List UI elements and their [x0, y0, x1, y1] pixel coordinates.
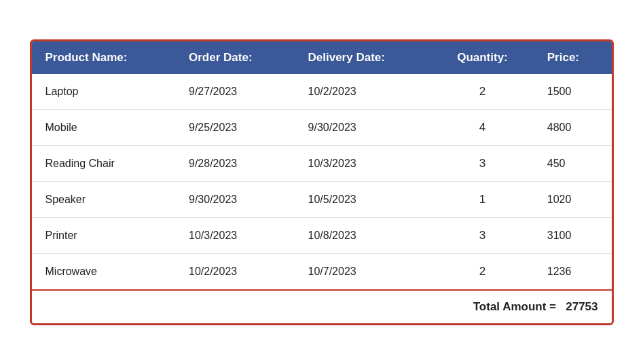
header-order-date: Order Date:	[175, 41, 295, 74]
table-row: Printer 10/3/2023 10/8/2023 3 3100	[32, 217, 612, 253]
header-price: Price:	[534, 41, 612, 74]
cell-price-4: 3100	[534, 217, 612, 253]
cell-order-date-4: 10/3/2023	[175, 217, 295, 253]
table-header-row: Product Name: Order Date: Delivery Date:…	[32, 41, 612, 74]
cell-order-date-3: 9/30/2023	[175, 181, 295, 217]
table-row: Reading Chair 9/28/2023 10/3/2023 3 450	[32, 145, 612, 181]
table-row: Laptop 9/27/2023 10/2/2023 2 1500	[32, 74, 612, 110]
cell-delivery-date-2: 10/3/2023	[295, 145, 432, 181]
cell-product-4: Printer	[32, 217, 176, 253]
cell-price-0: 1500	[534, 74, 612, 110]
cell-delivery-date-3: 10/5/2023	[295, 181, 432, 217]
cell-delivery-date-4: 10/8/2023	[295, 217, 432, 253]
cell-quantity-0: 2	[431, 74, 534, 110]
header-quantity: Quantity:	[431, 41, 534, 74]
total-value: 27753	[566, 300, 598, 313]
cell-quantity-3: 1	[431, 181, 534, 217]
cell-order-date-5: 10/2/2023	[175, 253, 295, 290]
cell-order-date-2: 9/28/2023	[175, 145, 295, 181]
header-product-name: Product Name:	[32, 41, 176, 74]
cell-order-date-0: 9/27/2023	[175, 74, 295, 110]
cell-price-2: 450	[534, 145, 612, 181]
cell-product-1: Mobile	[32, 109, 176, 145]
table-row: Microwave 10/2/2023 10/7/2023 2 1236	[32, 253, 612, 290]
cell-delivery-date-0: 10/2/2023	[295, 74, 432, 110]
cell-product-0: Laptop	[32, 74, 176, 110]
cell-quantity-4: 3	[431, 217, 534, 253]
cell-quantity-1: 4	[431, 109, 534, 145]
cell-product-5: Microwave	[32, 253, 176, 290]
total-row: Total Amount = 27753	[32, 290, 612, 323]
orders-table-container: Product Name: Order Date: Delivery Date:…	[30, 39, 614, 325]
cell-price-3: 1020	[534, 181, 612, 217]
orders-table: Product Name: Order Date: Delivery Date:…	[32, 41, 612, 323]
cell-product-3: Speaker	[32, 181, 176, 217]
header-delivery-date: Delivery Date:	[295, 41, 432, 74]
total-label: Total Amount =	[473, 300, 556, 313]
cell-delivery-date-5: 10/7/2023	[295, 253, 432, 290]
table-row: Mobile 9/25/2023 9/30/2023 4 4800	[32, 109, 612, 145]
cell-quantity-5: 2	[431, 253, 534, 290]
cell-order-date-1: 9/25/2023	[175, 109, 295, 145]
table-row: Speaker 9/30/2023 10/5/2023 1 1020	[32, 181, 612, 217]
cell-delivery-date-1: 9/30/2023	[295, 109, 432, 145]
total-amount-cell: Total Amount = 27753	[32, 290, 612, 323]
cell-product-2: Reading Chair	[32, 145, 176, 181]
cell-price-1: 4800	[534, 109, 612, 145]
cell-quantity-2: 3	[431, 145, 534, 181]
cell-price-5: 1236	[534, 253, 612, 290]
